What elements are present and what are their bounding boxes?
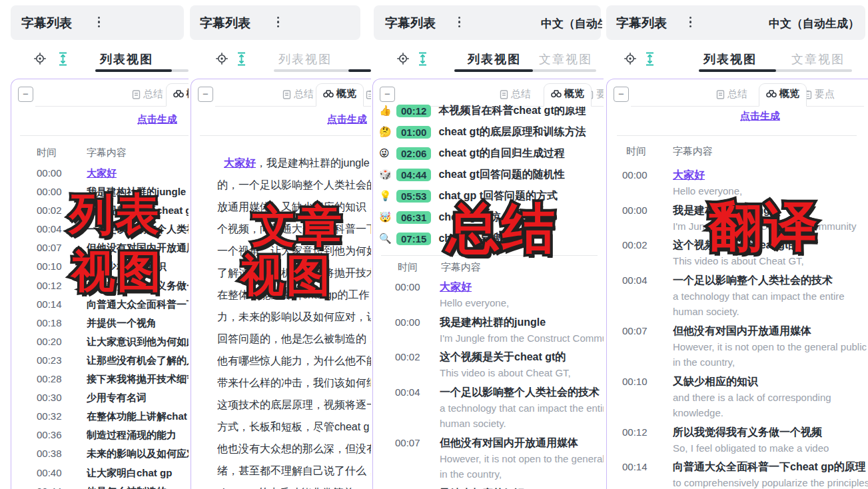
expand-vertical-icon[interactable] — [58, 52, 68, 66]
subtitle-header-bar: 字幕列表 — [11, 5, 184, 40]
transcript-line[interactable]: 的，一个足以影响整个人类社会的 — [217, 174, 371, 196]
subtitle-row[interactable]: 00:12 所以我觉得我有义务做一个视频 So, I feel obligate… — [604, 424, 868, 456]
subtitle-text-zh: 又缺少相应的知识 — [440, 485, 604, 489]
chapter-title: cheat gt回答问题的随机性 — [438, 168, 604, 182]
transcript-line[interactable]: 他有哪些惊人能力，为什么他不能 — [217, 350, 371, 372]
subtitle-row[interactable]: 00:32 在整体功能上讲解chat gp — [0, 407, 189, 426]
transcript-line[interactable]: 力，未来的影响以及如何应对，让 — [217, 306, 371, 328]
collapse-button[interactable]: − — [614, 87, 629, 102]
tab-list-view[interactable]: 列表视图 — [100, 51, 153, 67]
language-label[interactable]: 中文（自动生成） — [541, 16, 602, 31]
chapter-chip-row[interactable]: 😜 02:06 cheat gt的自回归生成过程 — [379, 143, 604, 164]
chapter-time-chip[interactable]: 07:15 — [396, 233, 431, 245]
tab-article-view[interactable]: 文章视图 — [791, 51, 845, 67]
kebab-menu-icon[interactable] — [98, 17, 100, 27]
subtab-summary[interactable]: 总结 — [500, 88, 531, 101]
subtab-summary[interactable]: 总结 — [132, 88, 163, 101]
subtab-summary[interactable]: 总结 — [716, 88, 747, 101]
kebab-menu-icon[interactable] — [277, 17, 279, 27]
transcript-line[interactable]: chat gp t的本质功能非常简单 — [217, 482, 371, 489]
subtitle-row[interactable]: 00:02 这个视频是关于cheat gt的 This video is abo… — [371, 348, 604, 381]
panel-summary-generated: 字幕列表 中文（自动生成） 列表视图 文章视图 − 总结 概览 要点 👍 00:… — [371, 0, 604, 489]
generate-link[interactable]: 点击生成 — [740, 110, 780, 123]
subtitle-row[interactable]: 00:36 制造过程涌现的能力 — [0, 426, 189, 444]
transcript-line[interactable]: 回答问题的，他是怎么被制造的， — [217, 328, 371, 350]
binoculars-icon — [766, 89, 777, 98]
locate-icon[interactable] — [215, 52, 228, 65]
subtitle-text: 让那些没有机会了解的人 — [87, 351, 189, 370]
subtab-keypoints[interactable]: 要点 — [803, 88, 835, 101]
subtitle-text-zh: 所以我觉得我有义务做一个视频 — [673, 424, 868, 440]
transcript-link[interactable]: 大家好 — [224, 157, 256, 169]
chapter-time-chip[interactable]: 06:31 — [396, 211, 431, 224]
generate-link[interactable]: 点击生成 — [137, 113, 177, 126]
subtitle-text: 大家好 — [87, 164, 189, 183]
chapter-time-chip[interactable]: 05:53 — [396, 190, 431, 203]
transcript-line[interactable]: 这项技术的底层原理，视频将逐一 — [217, 394, 371, 416]
expand-vertical-icon[interactable] — [236, 52, 246, 66]
subtitle-row[interactable]: 00:44 他是怎么被制造的 — [0, 482, 189, 489]
subtitle-row[interactable]: 00:18 并提供一个视角 — [0, 314, 189, 332]
chapter-emoji-icon: 👍 — [379, 105, 396, 117]
language-label[interactable]: 中文（自动生成） — [769, 16, 859, 31]
expand-vertical-icon[interactable] — [645, 52, 655, 66]
subtitle-text-en: and there is a lack of corresponding kno… — [673, 390, 868, 421]
chapter-chip-row[interactable]: 🎲 04:44 cheat gt回答问题的随机性 — [379, 164, 604, 185]
panel-list-view: 字幕列表 列表视图 − 总结 概览 点击生成 时间 字幕内容 00:00 大家好… — [0, 0, 189, 489]
subtitle-row[interactable]: 00:40 让大家明白chat gp — [0, 464, 189, 482]
subtitle-time: 00:02 — [622, 237, 657, 269]
tab-list-view[interactable]: 列表视图 — [468, 51, 521, 67]
subtab-summary[interactable]: 总结 — [282, 88, 314, 101]
locate-icon[interactable] — [396, 52, 410, 65]
panel-translation-view: 字幕列表 中文（自动生成） 列表视图 文章视图 − 总结 概览 要点 点击生成 … — [604, 0, 868, 489]
collapse-button[interactable]: − — [18, 87, 33, 102]
subtitle-row[interactable]: 00:10 又缺少相应的知识 and there is a lack of co… — [604, 373, 868, 421]
tab-article-view[interactable]: 文章视图 — [539, 51, 592, 67]
subtitle-text-zh: 大家好 — [440, 278, 604, 295]
subtitle-row[interactable]: 00:28 接下来我将抛开技术细节 — [0, 370, 189, 388]
transcript-line[interactable]: 带来什么样的冲击，我们该如何继 — [217, 372, 371, 394]
collapse-button[interactable]: − — [198, 87, 213, 102]
chapter-time-chip[interactable]: 04:44 — [396, 169, 431, 181]
generate-link[interactable]: 点击生成 — [327, 113, 367, 126]
subtitle-time: 00:20 — [37, 332, 87, 351]
subtitle-row[interactable]: 00:20 让大家意识到他为何如此 — [0, 332, 189, 351]
chapter-time-chip[interactable]: 01:00 — [396, 126, 431, 139]
subtitle-row[interactable]: 00:04 一个足以影响整个人类社会的技术 a technology that … — [604, 272, 868, 320]
subtitle-text: 在整体功能上讲解chat gp — [87, 407, 189, 426]
subtitle-row[interactable]: 00:00 大家好 — [0, 164, 189, 183]
subtitle-row[interactable]: 00:00 我是建构社群的jungle I'm Jungle from the … — [371, 314, 604, 346]
subtab-overview[interactable]: 概览 — [166, 83, 189, 107]
locate-icon[interactable] — [624, 52, 637, 65]
transcript-line[interactable]: 大家好，我是建构社群的jungle — [217, 152, 371, 174]
tab-underline-active — [699, 69, 776, 72]
subtitle-row[interactable]: 00:07 但他没有对国内开放通用媒体 However, it is not o… — [371, 434, 604, 482]
chapter-chip-row[interactable]: 🤔 01:00 cheat gt的底层原理和训练方法 — [379, 121, 604, 143]
tab-list-view[interactable]: 列表视图 — [278, 51, 332, 67]
chapter-time-chip[interactable]: 00:12 — [396, 105, 431, 117]
column-time: 时间 — [37, 147, 57, 159]
subtab-overview[interactable]: 概览 — [759, 83, 807, 107]
subtitle-row[interactable]: 00:04 一个足以影响整个人类社会的技术 a technology that … — [371, 384, 604, 432]
chapter-time-chip[interactable]: 02:06 — [396, 147, 431, 160]
subtitle-row[interactable]: 00:07 但他没有对国内开放通用媒体 However, it is not o… — [604, 322, 868, 370]
subtitle-row[interactable]: 00:30 少用专有名词 — [0, 388, 189, 407]
locate-icon[interactable] — [33, 52, 47, 65]
transcript-line[interactable]: 绪，甚至都不理解自己说了什么， — [217, 460, 371, 482]
subtitle-row[interactable]: 00:38 未来的影响以及如何应对 — [0, 444, 189, 463]
transcript-line[interactable]: 他也没有大众想的那么深，但没有 — [217, 438, 371, 460]
transcript-line[interactable]: 方式，长板和短板，尽管cheat g — [217, 416, 371, 438]
expand-vertical-icon[interactable] — [418, 52, 428, 66]
subtab-overview[interactable]: 概览 — [316, 83, 364, 107]
subtab-overview[interactable]: 概览 — [544, 83, 592, 107]
kebab-menu-icon[interactable] — [458, 17, 460, 27]
subtab-keypoints[interactable]: 要点 — [366, 88, 371, 101]
tab-list-view[interactable]: 列表视图 — [703, 51, 757, 67]
subtitle-row[interactable]: 00:00 大家好 Hello everyone, — [371, 278, 604, 311]
subtitle-row[interactable]: 00:14 向普通大众全面科普一下cheat gp的原理 to comprehe… — [604, 458, 868, 489]
kebab-menu-icon[interactable] — [689, 17, 691, 27]
subtitle-time: 00:38 — [37, 444, 87, 463]
subtitle-row[interactable]: 00:23 让那些没有机会了解的人 — [0, 351, 189, 370]
subtitle-row[interactable]: 00:10 又缺少相应的知识 — [371, 485, 604, 489]
chapter-title: cheat gt的自回归生成过程 — [438, 147, 604, 161]
